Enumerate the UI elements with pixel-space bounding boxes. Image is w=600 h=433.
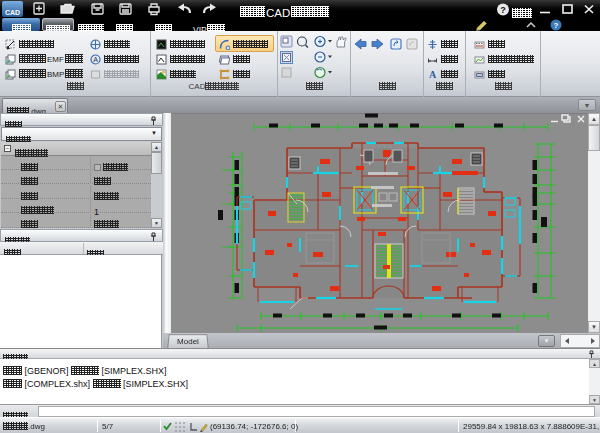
svg-text:A: A: [93, 56, 98, 63]
svg-text:?: ?: [500, 5, 506, 15]
svg-text:?: ?: [554, 21, 559, 30]
